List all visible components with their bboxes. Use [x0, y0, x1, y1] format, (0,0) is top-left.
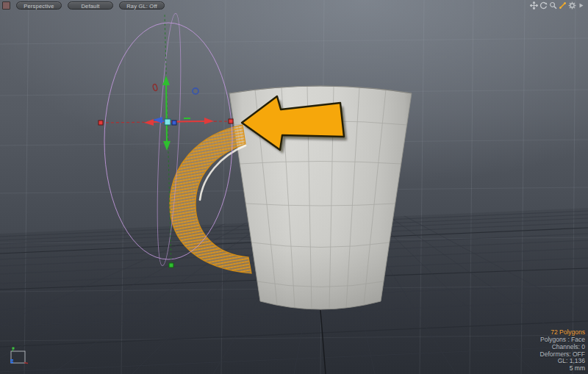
gizmo-x-handle-left[interactable] — [98, 121, 103, 125]
gizmo-z-handle[interactable] — [172, 121, 176, 125]
ray-gl-button[interactable]: Ray GL: Off — [119, 1, 165, 10]
workplane-z-axis-mark — [10, 359, 13, 361]
viewport-canvas[interactable] — [0, 0, 588, 374]
shading-style-button[interactable]: Default — [68, 1, 113, 10]
pan-icon[interactable] — [529, 1, 538, 10]
gizmo-marker-red[interactable] — [152, 84, 157, 91]
workplane-y-axis-mark — [12, 348, 15, 350]
rotate-icon[interactable] — [539, 1, 548, 10]
gizmo-x-handle-right[interactable] — [229, 119, 233, 123]
zoom-icon[interactable] — [548, 1, 557, 10]
3d-viewport: Perspective Default Ray GL: Off — [0, 0, 588, 374]
workplane-square — [11, 351, 25, 363]
viewport-info-overlay: 72 Polygons Polygons : Face Channels: 0 … — [540, 329, 585, 373]
viewport-thumb-icon[interactable] — [2, 1, 10, 10]
link-icon[interactable] — [558, 1, 567, 10]
workplane-indicator — [9, 346, 29, 368]
camera-view-button[interactable]: Perspective — [16, 1, 62, 10]
expand-arrow-icon[interactable] — [577, 1, 586, 10]
gear-icon[interactable] — [567, 1, 576, 10]
viewport-header-controls: Perspective Default Ray GL: Off — [2, 1, 165, 10]
gizmo-center-handle[interactable] — [165, 119, 171, 125]
grid-size: 5 mm — [540, 365, 585, 373]
workplane-x-axis-mark — [24, 363, 28, 364]
viewport-toolbar — [529, 1, 586, 10]
gizmo-marker-blue[interactable] — [193, 88, 198, 94]
gizmo-y-handle[interactable] — [169, 263, 173, 267]
